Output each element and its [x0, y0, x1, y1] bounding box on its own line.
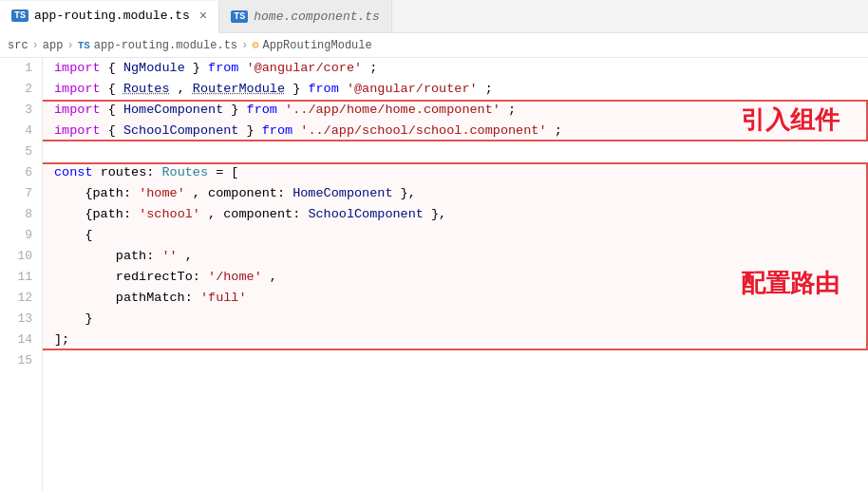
- line-num-13: 13: [0, 309, 32, 330]
- line-num-14: 14: [0, 330, 32, 350]
- line-num-4: 4: [0, 121, 32, 141]
- editor: 1 2 3 4 5 6 7 8 9 10 11 12 13 14 15 impo…: [0, 58, 868, 490]
- line-num-3: 3: [0, 100, 32, 121]
- line-num-6: 6: [0, 162, 32, 183]
- code-line-9: {: [54, 225, 868, 246]
- code-content[interactable]: import { NgModule } from '@angular/core'…: [43, 58, 868, 490]
- line-num-1: 1: [0, 58, 32, 79]
- tab-app-routing[interactable]: TS app-routing.module.ts ×: [0, 1, 219, 33]
- ts-icon-2: TS: [231, 10, 248, 23]
- code-line-14: ];: [54, 330, 868, 350]
- tab-home-component[interactable]: TS home.component.ts: [219, 0, 392, 32]
- breadcrumb-sep-1: ›: [32, 39, 39, 52]
- ts-icon-1: TS: [11, 9, 28, 22]
- breadcrumb-sep-2: ›: [66, 39, 73, 52]
- line-num-12: 12: [0, 288, 32, 309]
- code-line-1: import { NgModule } from '@angular/core'…: [54, 58, 868, 79]
- line-num-15: 15: [0, 350, 32, 371]
- tab-label-2: home.component.ts: [254, 9, 380, 24]
- line-num-11: 11: [0, 267, 32, 288]
- breadcrumb-app: app: [43, 39, 64, 52]
- line-num-7: 7: [0, 183, 32, 204]
- line-num-2: 2: [0, 79, 32, 100]
- breadcrumb-file: app-routing.module.ts: [94, 39, 237, 52]
- code-line-7: {path: 'home' , component: HomeComponent…: [54, 183, 868, 204]
- code-line-6: const routes: Routes = [: [54, 162, 868, 183]
- code-line-11: redirectTo: '/home' ,: [54, 267, 868, 288]
- code-line-2: import { Routes , RouterModule } from '@…: [54, 79, 868, 100]
- line-num-5: 5: [0, 141, 32, 162]
- code-line-10: path: '' ,: [54, 246, 868, 267]
- code-line-15: [54, 350, 868, 371]
- line-num-9: 9: [0, 225, 32, 246]
- breadcrumb-ts-icon: TS: [78, 40, 90, 51]
- line-num-10: 10: [0, 246, 32, 267]
- line-num-8: 8: [0, 204, 32, 225]
- code-line-13: }: [54, 309, 868, 330]
- code-line-4: import { SchoolComponent } from '../app/…: [54, 121, 868, 141]
- breadcrumb-sep-3: ›: [241, 39, 248, 52]
- code-line-5: [54, 141, 868, 162]
- code-line-3: import { HomeComponent } from '../app/ho…: [54, 100, 868, 121]
- line-numbers: 1 2 3 4 5 6 7 8 9 10 11 12 13 14 15: [0, 58, 43, 490]
- code-line-8: {path: 'school' , component: SchoolCompo…: [54, 204, 868, 225]
- tab-label-1: app-routing.module.ts: [34, 9, 190, 23]
- code-line-12: pathMatch: 'full': [54, 288, 868, 309]
- breadcrumb: src › app › TS app-routing.module.ts › ⚙…: [0, 33, 868, 58]
- tab-bar: TS app-routing.module.ts × TS home.compo…: [0, 0, 868, 33]
- tab-close-1[interactable]: ×: [199, 9, 207, 24]
- breadcrumb-module: AppRoutingModule: [263, 39, 372, 52]
- breadcrumb-src: src: [8, 39, 28, 52]
- breadcrumb-module-icon: ⚙: [252, 38, 258, 52]
